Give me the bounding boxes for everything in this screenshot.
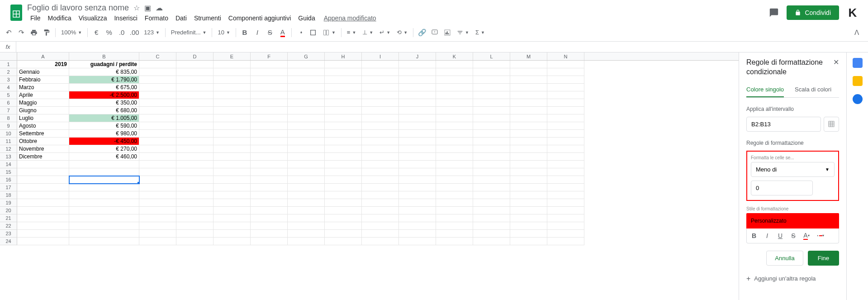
cell-E15[interactable] — [213, 168, 251, 176]
row-header-20[interactable]: 20 — [0, 207, 17, 214]
cell-A8[interactable]: Luglio — [17, 114, 69, 122]
cell-L9[interactable] — [473, 122, 510, 130]
cell-M1[interactable] — [510, 61, 547, 68]
cell-B8[interactable]: € 1.005,00 — [69, 114, 139, 122]
cell-E3[interactable] — [213, 76, 251, 84]
cell-D21[interactable] — [176, 214, 213, 222]
cell-D5[interactable] — [176, 91, 213, 99]
cell-L24[interactable] — [473, 238, 510, 245]
cell-L23[interactable] — [473, 230, 510, 238]
cell-F14[interactable] — [251, 161, 288, 168]
cell-I19[interactable] — [362, 199, 399, 207]
collapse-toolbar-button[interactable]: ᐱ — [851, 27, 863, 38]
cell-N1[interactable] — [547, 61, 584, 68]
cell-J10[interactable] — [399, 130, 436, 138]
cell-F1[interactable] — [251, 61, 288, 68]
cell-B21[interactable] — [69, 214, 139, 222]
cell-G10[interactable] — [288, 130, 325, 138]
cell-B22[interactable] — [69, 222, 139, 230]
cell-K15[interactable] — [436, 168, 473, 176]
cell-J9[interactable] — [399, 122, 436, 130]
cell-E12[interactable] — [213, 145, 251, 153]
cell-A4[interactable]: Marzo — [17, 84, 69, 91]
bold-style-button[interactable]: B — [749, 231, 759, 240]
share-button[interactable]: Condividi — [787, 5, 839, 20]
cell-C15[interactable] — [139, 168, 176, 176]
filter-button[interactable]: ▼ — [454, 27, 472, 38]
cell-B12[interactable]: € 270,00 — [69, 145, 139, 153]
more-formats-dropdown[interactable]: 123▼ — [141, 27, 162, 38]
cell-C8[interactable] — [139, 114, 176, 122]
col-header-J[interactable]: J — [399, 52, 436, 60]
cell-F6[interactable] — [251, 99, 288, 107]
cell-J20[interactable] — [399, 207, 436, 214]
cell-A9[interactable]: Agosto — [17, 122, 69, 130]
cell-L4[interactable] — [473, 84, 510, 91]
cell-D9[interactable] — [176, 122, 213, 130]
cell-H6[interactable] — [325, 99, 362, 107]
cell-J23[interactable] — [399, 230, 436, 238]
cell-K8[interactable] — [436, 114, 473, 122]
cell-F2[interactable] — [251, 68, 288, 76]
cell-D4[interactable] — [176, 84, 213, 91]
cell-L17[interactable] — [473, 184, 510, 191]
cell-E20[interactable] — [213, 207, 251, 214]
col-header-G[interactable]: G — [288, 52, 325, 60]
cell-H10[interactable] — [325, 130, 362, 138]
col-header-A[interactable]: A — [17, 52, 69, 60]
cell-D20[interactable] — [176, 207, 213, 214]
cell-M22[interactable] — [510, 222, 547, 230]
cell-C17[interactable] — [139, 184, 176, 191]
cell-I6[interactable] — [362, 99, 399, 107]
cell-G18[interactable] — [288, 191, 325, 199]
select-all-corner[interactable] — [0, 52, 17, 60]
cell-E1[interactable] — [213, 61, 251, 68]
cell-D17[interactable] — [176, 184, 213, 191]
cell-E5[interactable] — [213, 91, 251, 99]
col-header-I[interactable]: I — [362, 52, 399, 60]
cell-F21[interactable] — [251, 214, 288, 222]
cell-G23[interactable] — [288, 230, 325, 238]
cell-B11[interactable]: -€ 450,00 — [69, 138, 139, 145]
cell-J15[interactable] — [399, 168, 436, 176]
row-header-21[interactable]: 21 — [0, 214, 17, 222]
cell-H14[interactable] — [325, 161, 362, 168]
cell-E9[interactable] — [213, 122, 251, 130]
cell-F4[interactable] — [251, 84, 288, 91]
cell-C7[interactable] — [139, 107, 176, 114]
cell-N9[interactable] — [547, 122, 584, 130]
cell-B18[interactable] — [69, 191, 139, 199]
print-button[interactable] — [28, 27, 40, 38]
cell-N17[interactable] — [547, 184, 584, 191]
cell-D7[interactable] — [176, 107, 213, 114]
cloud-status-icon[interactable]: ☁ — [156, 4, 163, 12]
cell-N19[interactable] — [547, 199, 584, 207]
cell-I7[interactable] — [362, 107, 399, 114]
cell-D13[interactable] — [176, 153, 213, 161]
cell-M15[interactable] — [510, 168, 547, 176]
cell-F23[interactable] — [251, 230, 288, 238]
cell-I13[interactable] — [362, 153, 399, 161]
cell-J21[interactable] — [399, 214, 436, 222]
font-size-dropdown[interactable]: 10▼ — [215, 27, 232, 38]
cell-H20[interactable] — [325, 207, 362, 214]
increase-decimal-button[interactable]: .00 — [128, 27, 140, 38]
cell-F11[interactable] — [251, 138, 288, 145]
cell-L22[interactable] — [473, 222, 510, 230]
strikethrough-button[interactable]: S — [264, 27, 276, 38]
cell-B15[interactable] — [69, 168, 139, 176]
cell-I5[interactable] — [362, 91, 399, 99]
cell-K23[interactable] — [436, 230, 473, 238]
cell-N24[interactable] — [547, 238, 584, 245]
cell-I15[interactable] — [362, 168, 399, 176]
text-color-style-button[interactable]: A ▾ — [802, 231, 811, 240]
cell-G17[interactable] — [288, 184, 325, 191]
chart-button[interactable] — [441, 27, 453, 38]
paint-format-button[interactable] — [41, 27, 52, 38]
cell-F15[interactable] — [251, 168, 288, 176]
cell-N15[interactable] — [547, 168, 584, 176]
cell-E24[interactable] — [213, 238, 251, 245]
cell-L11[interactable] — [473, 138, 510, 145]
v-align-button[interactable]: ⊥▼ — [360, 27, 376, 38]
row-header-10[interactable]: 10 — [0, 130, 17, 138]
